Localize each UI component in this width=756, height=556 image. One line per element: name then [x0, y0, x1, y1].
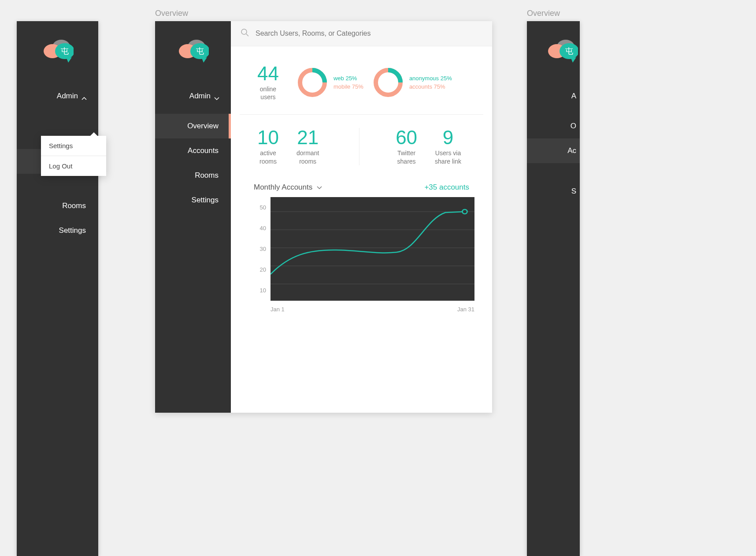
- sidebar-dropdown-variant: 屯 Admin Settings Log Out . Rooms Setting…: [17, 21, 98, 556]
- search-bar: [231, 21, 492, 46]
- online-users-value: 44: [257, 64, 279, 83]
- sidebar-item-rooms[interactable]: Rooms: [155, 163, 231, 188]
- sidebar-item-rooms[interactable]: [527, 163, 580, 179]
- svg-line-7: [246, 34, 248, 36]
- chart-dropdown-label: Monthly Accounts: [254, 183, 312, 192]
- chart-dropdown[interactable]: Monthly Accounts: [254, 183, 322, 192]
- svg-text:屯: 屯: [196, 47, 204, 56]
- active-rooms-value: 10: [257, 128, 279, 147]
- svg-point-6: [241, 29, 247, 34]
- chart-delta: +35 accounts: [424, 183, 469, 192]
- app-logo: 屯: [155, 21, 231, 78]
- sidebar-item-accounts[interactable]: Ac: [527, 138, 580, 163]
- chart-canvas: 50 40 30 20 10: [271, 197, 474, 301]
- dormant-rooms-value: 21: [296, 128, 319, 147]
- twitter-shares-value: 60: [396, 128, 417, 147]
- svg-point-17: [462, 209, 467, 214]
- search-input[interactable]: [256, 30, 482, 37]
- admin-label: A: [571, 92, 576, 101]
- chart-y-axis: 50 40 30 20 10: [254, 197, 266, 301]
- metric-online-users: 44 onlineusers: [257, 64, 279, 101]
- dormant-rooms-label: dormantrooms: [296, 149, 319, 165]
- chevron-up-icon: [82, 94, 86, 98]
- admin-label: Admin: [57, 92, 78, 101]
- search-icon: [241, 28, 249, 39]
- chart-x-start: Jan 1: [271, 306, 285, 313]
- active-rooms-label: activerooms: [257, 149, 279, 165]
- stats-rooms-col: 10 activerooms 21 dormantrooms: [248, 128, 359, 165]
- sidebar-item-rooms[interactable]: Rooms: [17, 194, 98, 218]
- app-logo: 屯: [527, 21, 580, 78]
- chevron-down-icon: [317, 183, 322, 192]
- admin-label: Admin: [189, 92, 211, 101]
- donut-chart-icon: [296, 67, 328, 98]
- panel-title-overview-3: Overview: [527, 9, 560, 18]
- donut1-label-web: web 25%: [334, 74, 363, 83]
- sidebar-cropped-variant: 屯 A O Ac S: [527, 21, 580, 556]
- svg-text:屯: 屯: [565, 47, 573, 56]
- dropdown-item-settings[interactable]: Settings: [41, 136, 106, 156]
- donut-web-mobile: web 25% mobile 75%: [296, 67, 363, 98]
- admin-dropdown-toggle[interactable]: Admin: [155, 87, 231, 105]
- svg-text:屯: 屯: [61, 47, 69, 56]
- sidebar-item-settings[interactable]: Settings: [155, 188, 231, 213]
- admin-dropdown-menu: Settings Log Out: [41, 136, 106, 176]
- sidebar-item-overview[interactable]: Overview: [155, 114, 231, 138]
- metric-active-rooms: 10 activerooms: [257, 128, 279, 165]
- admin-dropdown-toggle[interactable]: Admin: [17, 87, 98, 105]
- donut1-label-mobile: mobile 75%: [334, 82, 363, 91]
- donut-anon-accounts: anonymous 25% accounts 75%: [372, 67, 452, 98]
- admin-dropdown-toggle[interactable]: A: [527, 87, 580, 105]
- metric-dormant-rooms: 21 dormantrooms: [296, 128, 319, 165]
- donut-chart-icon: [372, 67, 404, 98]
- stats-mid-row: 10 activerooms 21 dormantrooms 60 Twitte…: [240, 115, 483, 178]
- chevron-down-icon: [214, 94, 219, 98]
- panel-title-overview: Overview: [155, 9, 188, 18]
- sharelink-label: Users viashare link: [435, 149, 461, 165]
- stats-shares-col: 60 Twittershares 9 Users viashare link: [359, 128, 474, 165]
- sidebar-item-accounts[interactable]: Accounts: [155, 138, 231, 163]
- donut2-label-accounts: accounts 75%: [409, 82, 452, 91]
- chart-x-axis: Jan 1 Jan 31: [271, 306, 474, 313]
- sidebar-item-settings[interactable]: S: [527, 179, 580, 204]
- dashboard-overview: 屯 Admin Overview Accounts Rooms Settings…: [155, 21, 492, 413]
- stats-top-row: 44 onlineusers web 25% mobile 75%: [240, 46, 483, 115]
- dashboard-sidebar: 屯 Admin Overview Accounts Rooms Settings: [155, 21, 231, 413]
- dropdown-item-logout[interactable]: Log Out: [41, 156, 106, 176]
- sidebar-item-settings[interactable]: Settings: [17, 218, 98, 243]
- dashboard-content: 44 onlineusers web 25% mobile 75%: [231, 21, 492, 413]
- online-users-label: onlineusers: [257, 85, 279, 101]
- line-chart-icon: [271, 197, 474, 301]
- sidebar-item-overview[interactable]: O: [527, 114, 580, 138]
- twitter-shares-label: Twittershares: [396, 149, 417, 165]
- metric-sharelink-users: 9 Users viashare link: [435, 128, 461, 165]
- donut2-label-anon: anonymous 25%: [409, 74, 452, 83]
- app-logo: 屯: [17, 21, 98, 78]
- chart-x-end: Jan 31: [457, 306, 474, 313]
- sharelink-value: 9: [435, 128, 461, 147]
- metric-twitter-shares: 60 Twittershares: [396, 128, 417, 165]
- chart-block: Monthly Accounts +35 accounts 50 40 30 2…: [231, 179, 492, 326]
